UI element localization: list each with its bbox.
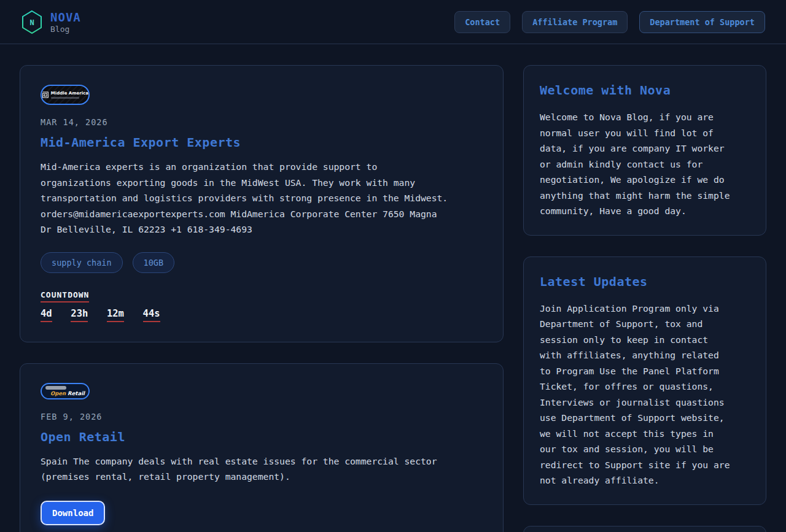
sidebar-card-latest-updates: Latest Updates Join Application Program … [523, 256, 766, 505]
posts-column: Middle America MAR 14, 2026 Mid-America … [20, 65, 504, 532]
brand-home-link[interactable]: N NOVA Blog [21, 9, 81, 35]
post-body: Mid-America experts is an organization t… [41, 159, 451, 237]
post-card-mid-america: Middle America MAR 14, 2026 Mid-America … [20, 65, 504, 342]
post-title-link[interactable]: Mid-America Export Experts [41, 135, 483, 150]
nav-department-of-support-button[interactable]: Department of Support [639, 11, 765, 33]
middle-america-logo-icon [42, 90, 49, 99]
countdown-units: 4d 23h 12m 44s [41, 307, 483, 322]
nav-affiliate-program-button[interactable]: Affiliate Program [522, 11, 628, 33]
brand-subtitle: Blog [50, 25, 81, 34]
nova-hexagon-logo-icon: N [21, 9, 43, 35]
tag-size: 10GB [133, 252, 175, 273]
countdown: COUNTDOWN 4d 23h 12m 44s [41, 288, 483, 322]
open-retail-logo-word2: Retail [68, 390, 85, 396]
header: N NOVA Blog Contact Affiliate Program De… [0, 0, 786, 44]
sidebar-card-welcome: Welcome with Nova Welcome to Nova Blog, … [523, 65, 766, 236]
tag-supply-chain: supply chain [41, 252, 123, 273]
open-retail-logo-bar [45, 386, 66, 390]
post-date: MAR 14, 2026 [41, 117, 483, 127]
sidebar-card-title: Latest Updates [540, 274, 750, 289]
sidebar-card-3 [523, 526, 766, 532]
countdown-seconds: 44s [143, 308, 160, 322]
middle-america-logo-tagline-bar [51, 97, 79, 99]
brand-title: NOVA [50, 10, 81, 24]
brand-text: NOVA Blog [50, 10, 81, 34]
nova-logo-initial: N [29, 18, 34, 27]
countdown-hours: 23h [71, 308, 88, 322]
countdown-label: COUNTDOWN [41, 290, 89, 303]
open-retail-logo-word1: Open [50, 390, 66, 396]
tag-row: supply chain 10GB [41, 252, 483, 273]
post-title-link[interactable]: Open Retail [41, 430, 483, 444]
open-retail-logo: Open Retail [41, 383, 90, 399]
middle-america-logo: Middle America [41, 85, 90, 105]
sidebar-card-body: Welcome to Nova Blog, if you are normal … [540, 109, 732, 219]
header-nav: Contact Affiliate Program Department of … [454, 11, 765, 33]
main-layout: Middle America MAR 14, 2026 Mid-America … [0, 44, 786, 532]
post-date: FEB 9, 2026 [41, 412, 483, 422]
middle-america-logo-text: Middle America [51, 91, 88, 96]
post-card-open-retail: Open Retail FEB 9, 2026 Open Retail Spai… [20, 363, 504, 532]
post-body: Spain The company deals with real estate… [41, 453, 451, 485]
sidebar-card-body: Join Application Program only via Depart… [540, 301, 732, 488]
download-button[interactable]: Download [41, 501, 105, 525]
countdown-minutes: 12m [107, 308, 124, 322]
sidebar-card-title: Welcome with Nova [540, 83, 750, 98]
nav-contact-button[interactable]: Contact [454, 11, 510, 33]
sidebar: Welcome with Nova Welcome to Nova Blog, … [523, 65, 766, 532]
countdown-days: 4d [41, 308, 52, 322]
